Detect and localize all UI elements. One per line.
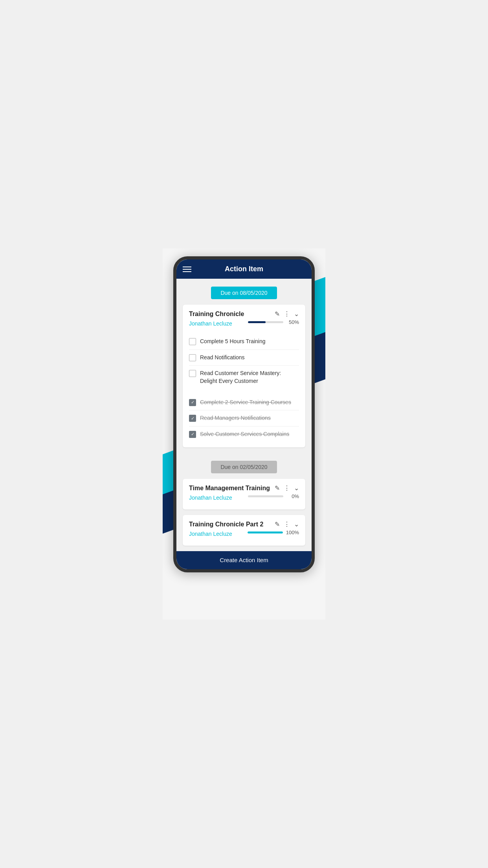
card-icons-2: ✎ ⋮ ⌄ (275, 484, 299, 492)
due-badge-2: Due on 02/05/2020 (211, 461, 277, 473)
footer-text: Reinforce training by setting tasks and … (163, 580, 325, 620)
card-header-2: Time Management Training ✎ ⋮ ⌄ (189, 484, 299, 492)
progress-bar-bg-3 (248, 531, 283, 533)
task-label: Complete 5 Hours Training (200, 338, 266, 346)
card-author-2: Jonathan Lecluze (189, 495, 232, 501)
edit-icon-1[interactable]: ✎ (275, 310, 280, 318)
chevron-down-icon-3[interactable]: ⌄ (294, 520, 299, 528)
card-training-chronicle: Training Chronicle ✎ ⋮ ⌄ Jonathan Lecluz… (183, 305, 305, 447)
progress-pct-2: 0% (286, 493, 299, 499)
task-label-checked: Complete 2 Service Training Courses (200, 399, 291, 406)
task-label: Read Customer Service Mastery: Delight E… (200, 370, 299, 385)
hamburger-menu-button[interactable] (183, 267, 191, 272)
card-header-3: Training Chronicle Part 2 ✎ ⋮ ⌄ (189, 520, 299, 528)
progress-pct-1: 50% (286, 319, 299, 325)
card-icons-1: ✎ ⋮ ⌄ (275, 310, 299, 318)
task-list-checked-1: Complete 2 Service Training Courses Read… (189, 395, 299, 442)
task-checkbox[interactable] (189, 338, 196, 345)
task-item-checked: Solve Customer Services Complains (189, 427, 299, 442)
chevron-down-icon-1[interactable]: ⌄ (294, 310, 299, 318)
task-item: Read Customer Service Mastery: Delight E… (189, 366, 299, 389)
progress-row-2: 0% (248, 493, 299, 499)
task-checkbox[interactable] (189, 354, 196, 361)
task-item: Complete 5 Hours Training (189, 334, 299, 350)
more-icon-3[interactable]: ⋮ (284, 520, 290, 528)
due-badge-1: Due on 08/05/2020 (211, 287, 277, 299)
due-badge-container-1: Due on 08/05/2020 (176, 279, 312, 305)
task-list-unchecked-1: Complete 5 Hours Training Read Notificat… (189, 334, 299, 389)
card-title-2: Time Management Training (189, 485, 270, 492)
due-badge-container-2: Due on 02/05/2020 (176, 453, 312, 479)
app-header: Action Item (176, 259, 312, 279)
card-time-management: Time Management Training ✎ ⋮ ⌄ Jonathan … (183, 479, 305, 509)
create-action-item-button[interactable]: Create Action Item (176, 551, 312, 569)
more-icon-1[interactable]: ⋮ (284, 310, 290, 318)
task-label: Read Notifications (200, 354, 245, 362)
task-item-checked: Read Managers Notifications (189, 410, 299, 427)
task-item: Read Notifications (189, 350, 299, 366)
footer-line2: tasks and tracking completion (182, 604, 306, 614)
edit-icon-3[interactable]: ✎ (275, 520, 280, 528)
card-title-3: Training Chronicle Part 2 (189, 521, 263, 528)
card-header-1: Training Chronicle ✎ ⋮ ⌄ (189, 310, 299, 318)
page-title: Action Item (225, 265, 263, 273)
progress-pct-3: 100% (286, 530, 299, 535)
progress-bar-bg-2 (248, 495, 283, 497)
task-checkbox-checked[interactable] (189, 415, 196, 422)
card-icons-3: ✎ ⋮ ⌄ (275, 520, 299, 528)
progress-row-3: 100% (248, 530, 299, 535)
progress-bar-fill-3 (248, 531, 283, 533)
more-icon-2[interactable]: ⋮ (284, 484, 290, 492)
card-chronicle-part2: Training Chronicle Part 2 ✎ ⋮ ⌄ Jonathan… (183, 515, 305, 546)
task-label-checked: Solve Customer Services Complains (200, 430, 289, 438)
progress-bar-fill-1 (248, 321, 266, 323)
progress-bar-bg-1 (248, 321, 283, 323)
task-checkbox-checked[interactable] (189, 399, 196, 406)
card-author-3: Jonathan Lecluze (189, 531, 232, 537)
task-checkbox-checked[interactable] (189, 431, 196, 438)
bottom-bar-label: Create Action Item (220, 557, 268, 563)
page-wrapper: Action Item Due on 08/05/2020 Training C… (163, 248, 325, 620)
progress-row-1: 50% (248, 319, 299, 325)
phone-frame: Action Item Due on 08/05/2020 Training C… (173, 256, 315, 572)
edit-icon-2[interactable]: ✎ (275, 484, 280, 492)
task-label-checked: Read Managers Notifications (200, 414, 271, 422)
task-checkbox[interactable] (189, 370, 196, 377)
card-title-1: Training Chronicle (189, 311, 244, 318)
chevron-down-icon-2[interactable]: ⌄ (294, 484, 299, 492)
footer-line1: Reinforce training by setting (185, 592, 303, 602)
screen-content: Due on 08/05/2020 Training Chronicle ✎ ⋮… (176, 279, 312, 551)
card-author-1: Jonathan Lecluze (189, 320, 232, 327)
task-item-checked: Complete 2 Service Training Courses (189, 395, 299, 411)
